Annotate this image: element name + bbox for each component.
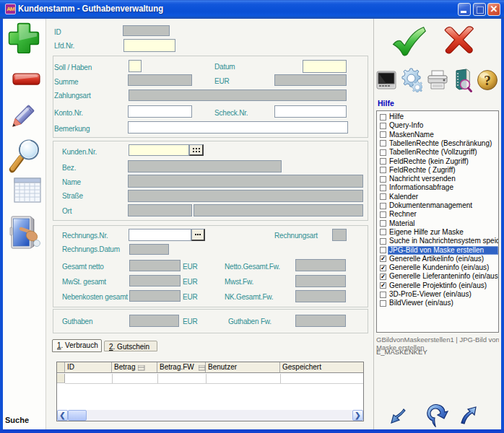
svg-text:?: ? — [484, 73, 491, 88]
